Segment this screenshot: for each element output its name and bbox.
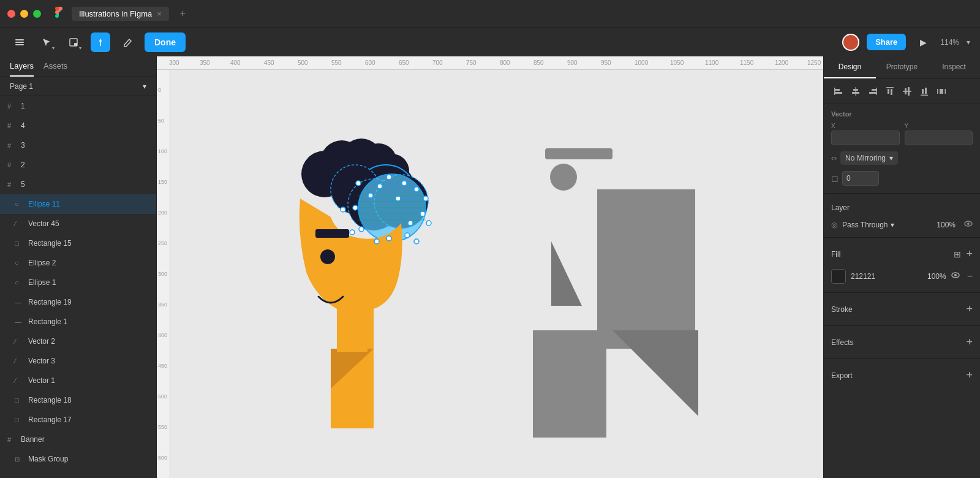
erase-tool-button[interactable] [118,32,137,52]
layer-label-vector2: Vector 2 [28,337,55,346]
scale-tool-button[interactable]: ▾ [64,32,83,52]
fill-add-button[interactable]: + [966,248,973,260]
stroke-add-button[interactable]: + [966,303,973,316]
layer-label-3: 3 [21,141,25,150]
y-input[interactable] [905,131,973,145]
close-button[interactable] [7,10,15,18]
zoom-indicator[interactable]: 114% [940,38,959,47]
align-right-button[interactable] [865,84,880,99]
align-right-icon [868,86,878,96]
align-center-v-button[interactable] [900,84,914,99]
tab-inspect[interactable]: Inspect [928,56,980,78]
mirror-chevron-icon: ▾ [889,154,893,162]
svg-rect-60 [872,89,876,91]
layer-item-rect17[interactable]: □ Rectangle 17 [0,410,156,430]
tab-design[interactable]: Design [824,56,876,78]
corner-input[interactable] [842,171,879,186]
layer-item-ellipse11[interactable]: ○ Ellipse 11 [0,194,156,214]
effects-section-title: Effects [831,338,853,347]
mirror-selector[interactable]: No Mirroring ▾ [840,151,898,165]
tab-prototype[interactable]: Prototype [876,56,928,78]
layer-item-5[interactable]: # 5 [0,175,156,194]
layer-item-3[interactable]: # 3 [0,135,156,155]
layer-label-vector3: Vector 3 [28,357,55,365]
tab-title[interactable]: Illustrations in Figma × [72,7,169,21]
pen-icon [96,37,105,47]
layer-item-vector45[interactable]: ∕ Vector 45 [0,214,156,233]
layer-item-2[interactable]: # 2 [0,155,156,175]
svg-rect-52 [533,330,606,438]
layer-item-rect19[interactable]: — Rectangle 19 [0,292,156,312]
menu-button[interactable] [10,32,29,52]
layer-item-rect15[interactable]: □ Rectangle 15 [0,233,156,253]
layer-item-vector1[interactable]: ∕ Vector 1 [0,371,156,390]
layers-list: # 1 # 4 # 3 # 2 # 5 ○ Ellipse 11 [0,96,156,478]
layer-item-rect1[interactable]: — Rectangle 1 [0,312,156,332]
share-button[interactable]: Share [867,34,906,50]
export-add-button[interactable]: + [966,369,973,382]
layer-item-vector2[interactable]: ∕ Vector 2 [0,332,156,351]
fill-remove-button[interactable]: − [967,271,973,282]
svg-rect-51 [597,189,695,349]
fill-visibility-icon[interactable] [951,271,960,282]
divider-4 [824,325,980,326]
pen-tool-button[interactable] [91,32,110,52]
tab-close-icon[interactable]: × [157,9,162,18]
svg-rect-64 [891,89,892,95]
align-top-button[interactable] [883,84,897,99]
minimize-button[interactable] [20,10,28,18]
distribute-button[interactable] [934,84,949,99]
layer-visibility-icon[interactable] [964,219,973,230]
page-selector[interactable]: Page 1 ▾ [0,77,156,96]
layer-label-1: 1 [21,102,25,110]
align-left-button[interactable] [831,84,846,99]
page-chevron-icon: ▾ [143,82,146,91]
frame-icon: # [7,102,17,110]
layer-label-rect17: Rectangle 17 [28,415,72,424]
align-bottom-button[interactable] [917,84,932,99]
fill-hex-value[interactable]: 212121 [851,272,922,281]
layer-item-ellipse1[interactable]: ○ Ellipse 1 [0,273,156,292]
play-button[interactable]: ▶ [913,32,933,52]
canvas-area[interactable]: 300 350 400 450 500 550 600 650 700 750 … [157,56,823,478]
layer-item-4[interactable]: # 4 [0,116,156,135]
layer-label-rect18: Rectangle 18 [28,396,72,404]
move-tool-button[interactable]: ▾ [37,32,56,52]
ellipse-icon: ○ [15,279,24,286]
blend-mode-select[interactable]: Pass Through ▾ [842,221,894,229]
main-content: Layers Assets Page 1 ▾ # 1 # 4 # 3 # 2 [0,56,980,478]
layer-item-ellipse2[interactable]: ○ Ellipse 2 [0,253,156,273]
frame-icon: # [7,161,17,169]
maximize-button[interactable] [33,10,41,18]
layer-item-vector3[interactable]: ∕ Vector 3 [0,351,156,371]
design-tabs: Design Prototype Inspect [824,56,980,79]
left-panel: Layers Assets Page 1 ▾ # 1 # 4 # 3 # 2 [0,56,157,478]
svg-point-38 [396,196,401,201]
svg-rect-54 [835,89,840,91]
layer-label-banner: Banner [21,435,45,444]
svg-point-46 [426,221,431,226]
layer-item-1[interactable]: # 1 [0,96,156,116]
tab-layers[interactable]: Layers [10,61,34,77]
page-name: Page 1 [10,82,33,91]
mirror-value: No Mirroring [845,154,886,162]
done-button[interactable]: Done [145,32,186,52]
zoom-chevron-icon[interactable]: ▾ [967,38,970,47]
effects-add-button[interactable]: + [966,336,973,349]
fill-color-swatch[interactable] [831,269,846,284]
layer-item-maskgroup[interactable]: ⊡ Mask Group [0,449,156,469]
svg-point-35 [350,230,355,235]
tab-assets[interactable]: Assets [43,61,67,77]
canvas-artwork [170,70,823,478]
fill-grid-icon[interactable]: ⊞ [954,249,961,259]
layer-item-rect18[interactable]: □ Rectangle 18 [0,390,156,410]
add-tab-button[interactable]: + [180,8,186,19]
opacity-value[interactable]: 100% [937,221,956,229]
fill-opacity-value[interactable]: 100% [927,272,946,281]
x-input[interactable] [831,131,900,145]
erase-icon [123,37,132,47]
ellipse-icon: ○ [15,259,24,267]
layer-item-banner[interactable]: # Banner [0,430,156,449]
svg-point-45 [423,196,428,201]
align-center-h-button[interactable] [848,84,863,99]
